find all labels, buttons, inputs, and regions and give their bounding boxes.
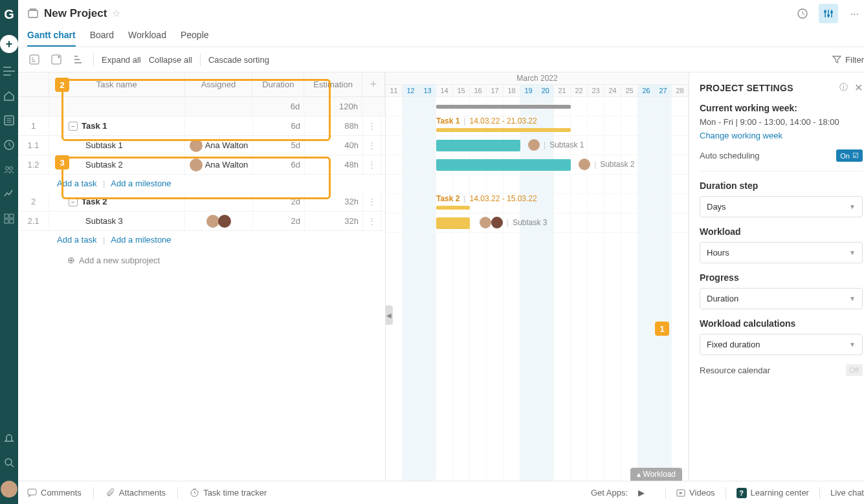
change-week-link[interactable]: Change working week — [700, 131, 863, 140]
svg-point-13 — [830, 11, 833, 14]
summary-bar[interactable] — [436, 105, 571, 109]
task-bar[interactable] — [436, 159, 571, 171]
svg-rect-5 — [10, 214, 14, 218]
cascade-sort-button[interactable]: Cascade sorting — [208, 55, 269, 65]
toolbar: Expand all Collapse all Cascade sorting … — [18, 47, 864, 72]
tab-people[interactable]: People — [181, 27, 209, 47]
clock-icon[interactable] — [3, 138, 16, 151]
svg-point-12 — [827, 14, 830, 17]
tracker-button[interactable]: Task time tracker — [190, 488, 267, 498]
google-play-icon[interactable]: ▶ — [638, 488, 645, 498]
svg-point-11 — [824, 10, 826, 13]
team-icon[interactable] — [3, 163, 16, 176]
task-bar[interactable] — [436, 128, 571, 132]
close-icon[interactable]: ✕ — [854, 82, 863, 94]
live-chat-button[interactable]: Live chat — [830, 488, 864, 498]
add-subproject-button[interactable]: ⊕ Add a new subproject — [18, 248, 385, 272]
collapse-icon[interactable]: − — [69, 122, 78, 131]
task-grid: Task name Assigned Duration Estimation +… — [18, 72, 386, 481]
progress-select[interactable]: Duration▼ — [700, 288, 863, 309]
history-icon[interactable] — [793, 4, 812, 23]
apps-icon[interactable] — [3, 212, 16, 225]
assignee-avatar — [206, 215, 219, 228]
collapse-all-button[interactable]: Collapse all — [149, 55, 192, 65]
app-logo: G — [0, 5, 18, 23]
row-menu-icon[interactable]: ⋮ — [363, 136, 381, 155]
col-estimation: Estimation — [304, 72, 362, 96]
learning-button[interactable]: ?Learning center — [737, 488, 809, 498]
auto-scheduling-toggle[interactable]: On☑ — [836, 149, 863, 162]
comments-button[interactable]: Comments — [27, 488, 82, 498]
project-title: New Project — [44, 7, 107, 20]
add-column-button[interactable]: + — [362, 72, 385, 96]
assignee-avatar — [190, 139, 203, 152]
home-icon[interactable] — [3, 89, 16, 102]
videos-button[interactable]: Videos — [676, 488, 715, 498]
callout-3: 3 — [55, 155, 69, 170]
assignee-avatar — [190, 159, 203, 171]
workload-select[interactable]: Hours▼ — [700, 242, 863, 263]
toolbar-icon-2[interactable] — [49, 52, 63, 67]
timeline: March 2022 11121314151617181920212223242… — [386, 72, 689, 481]
collapse-icon[interactable]: − — [69, 197, 78, 206]
summary-estimation: 120h — [304, 97, 362, 116]
tab-workload[interactable]: Workload — [128, 27, 166, 47]
task-row[interactable]: 1.2 Subtask 2 Ana Walton 6d 48h ⋮ — [18, 155, 385, 175]
summary-duration: 6d — [252, 97, 304, 116]
project-icon — [27, 8, 39, 19]
col-assigned: Assigned — [185, 72, 253, 96]
add-task-link[interactable]: Add a task — [57, 179, 96, 188]
task-bar[interactable] — [436, 217, 470, 229]
topbar: New Project ☆ ⋯ — [18, 0, 864, 23]
expand-all-button[interactable]: Expand all — [102, 55, 141, 65]
workload-label: Workload — [700, 226, 863, 237]
task-bar[interactable] — [436, 140, 520, 151]
add-milestone-link[interactable]: Add a milestone — [111, 179, 171, 188]
svg-rect-4 — [5, 214, 8, 218]
workload-tab[interactable]: ▴Workload — [630, 468, 682, 481]
resource-calendar-toggle[interactable]: Off — [846, 364, 863, 376]
search-icon[interactable] — [3, 456, 16, 469]
workload-calc-select[interactable]: Fixed duration▼ — [700, 334, 863, 355]
task-bar[interactable] — [436, 206, 470, 210]
collapse-handle[interactable]: ◀ — [386, 305, 393, 325]
tab-board[interactable]: Board — [90, 27, 114, 47]
more-icon[interactable]: ⋯ — [845, 4, 864, 23]
task-row[interactable]: 1.1 Subtask 1 Ana Walton 5d 40h ⋮ — [18, 136, 385, 155]
svg-point-8 — [5, 459, 12, 465]
add-task-link[interactable]: Add a task — [57, 235, 96, 245]
get-apps-label: Get Apps: — [591, 488, 628, 498]
bell-icon[interactable] — [3, 432, 16, 444]
activity-icon[interactable] — [3, 188, 16, 201]
add-milestone-link[interactable]: Add a milestone — [111, 235, 171, 245]
task-row[interactable]: 2 −Task 2 2d 32h ⋮ — [18, 192, 385, 212]
user-avatar[interactable] — [1, 481, 17, 498]
star-icon[interactable]: ☆ — [112, 8, 120, 19]
toolbar-icon-1[interactable] — [27, 52, 41, 67]
workload-calc-label: Workload calculations — [700, 318, 863, 329]
duration-step-select[interactable]: Days▼ — [700, 196, 863, 217]
row-menu-icon[interactable]: ⋮ — [363, 116, 381, 135]
task-row[interactable]: 1 −Task 1 6d 88h ⋮ — [18, 116, 385, 136]
list-icon[interactable] — [3, 114, 16, 127]
auto-scheduling-label: Auto scheduling — [700, 151, 760, 160]
timeline-days: 111213141516171819202122232425262728 — [386, 85, 689, 97]
timeline-month: March 2022 — [386, 72, 689, 85]
filter-button[interactable]: Filter — [845, 55, 864, 65]
task-row[interactable]: 2.1 Subtask 3 2d 32h ⋮ — [18, 212, 385, 231]
help-icon[interactable]: ⓘ — [839, 82, 848, 94]
resource-calendar-label: Resource calendar — [700, 366, 770, 375]
row-menu-icon[interactable]: ⋮ — [363, 212, 381, 230]
menu-icon[interactable] — [3, 65, 16, 78]
svg-point-3 — [10, 167, 13, 170]
svg-rect-6 — [5, 219, 8, 223]
svg-point-2 — [6, 167, 9, 170]
row-menu-icon[interactable]: ⋮ — [363, 192, 381, 211]
tab-gantt[interactable]: Gantt chart — [27, 27, 76, 47]
settings-toggle-icon[interactable] — [819, 4, 838, 23]
row-menu-icon[interactable]: ⋮ — [363, 155, 381, 174]
callout-2: 2 — [55, 78, 69, 92]
attachments-button[interactable]: Attachments — [105, 488, 166, 498]
toolbar-icon-3[interactable] — [71, 52, 85, 67]
add-button[interactable]: + — [0, 35, 18, 53]
